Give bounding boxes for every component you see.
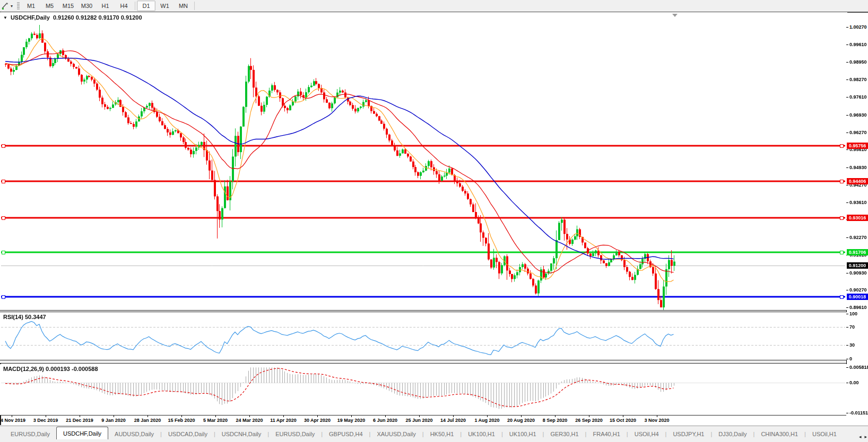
hline-price-label: 0.90018 bbox=[847, 294, 868, 300]
macd-canvas[interactable] bbox=[0, 364, 847, 415]
rsi-tick-mark bbox=[846, 314, 848, 314]
rsi-axis-tick: 100 bbox=[849, 311, 857, 316]
tf-button-m1[interactable]: M1 bbox=[22, 1, 40, 11]
date-axis-label: 6 Jun 2020 bbox=[373, 418, 397, 423]
tab-gbpusd-h4[interactable]: GBPUSD,H4 bbox=[323, 429, 369, 440]
macd-tick-mark bbox=[846, 367, 848, 368]
tab-ger30-h1[interactable]: GER30,H1 bbox=[544, 429, 585, 440]
tf-button-w1[interactable]: W1 bbox=[155, 1, 174, 11]
chart-symbol-label: USDCHF,Daily bbox=[11, 14, 50, 21]
date-axis-label: 9 Jan 2020 bbox=[101, 418, 126, 423]
macd-bottom-border bbox=[0, 415, 846, 416]
tab-dj30-daily[interactable]: DJ30,Daily bbox=[712, 429, 753, 440]
rsi-canvas[interactable] bbox=[0, 312, 847, 360]
hline-price-label: 0.93016 bbox=[847, 215, 868, 221]
date-tick-mark bbox=[80, 416, 80, 417]
tab-usoil-h1[interactable]: USOil,H1 bbox=[806, 429, 843, 440]
rsi-axis-tick: 0 bbox=[849, 356, 852, 361]
date-axis-label: 15 Oct 2020 bbox=[610, 418, 636, 423]
tab-usdchf-daily[interactable]: USDCHF,Daily bbox=[56, 427, 108, 440]
price-axis-tick: 0.92270 bbox=[849, 235, 867, 240]
date-axis-label: 15 Feb 2020 bbox=[168, 418, 195, 423]
toolbar-separator bbox=[135, 2, 135, 10]
tf-button-d1[interactable]: D1 bbox=[137, 1, 155, 11]
date-axis-label: 1 Aug 2020 bbox=[474, 418, 499, 423]
date-axis-label: 20 Aug 2020 bbox=[507, 418, 535, 423]
tab-scroll-right-icon[interactable]: ▸ bbox=[864, 434, 867, 439]
macd-axis-tick: 0.00 bbox=[849, 380, 859, 385]
tab-hk50-h1[interactable]: HK50,H1 bbox=[424, 429, 461, 440]
timeframe-buttons: M1M5M15M30H1H4D1W1MN bbox=[22, 1, 196, 11]
macd-tick-mark bbox=[846, 383, 848, 383]
date-tick-mark bbox=[657, 416, 657, 417]
tf-button-m30[interactable]: M30 bbox=[77, 1, 96, 11]
price-axis-tick: 0.90930 bbox=[849, 270, 867, 276]
date-tick-mark bbox=[114, 416, 114, 417]
date-axis-label: 25 Jun 2020 bbox=[405, 418, 432, 423]
tab-usoil-h4[interactable]: USOil,H4 bbox=[628, 429, 665, 440]
date-tick-mark bbox=[12, 416, 12, 417]
macd-axis-tick: -0.01151 bbox=[849, 410, 868, 416]
tool-dropdown-caret-icon[interactable]: ▾ bbox=[11, 4, 13, 8]
hline-price-label: 0.94406 bbox=[847, 178, 868, 184]
date-axis-label: 14 Nov 2019 bbox=[0, 418, 25, 423]
date-tick-mark bbox=[317, 416, 318, 417]
price-tick-mark bbox=[846, 115, 848, 116]
collapse-ohlc-icon[interactable]: ▼ bbox=[3, 15, 7, 20]
rsi-macd-splitter[interactable] bbox=[0, 360, 846, 364]
tab-eurusd-daily[interactable]: EURUSD,Daily bbox=[4, 429, 56, 440]
tf-button-mn[interactable]: MN bbox=[174, 1, 193, 11]
price-tick-mark bbox=[846, 132, 848, 133]
macd-tick-mark bbox=[846, 413, 848, 413]
price-axis-tick: 0.97610 bbox=[849, 94, 867, 100]
price-axis-tick: 0.94930 bbox=[849, 165, 867, 170]
tab-scroll-buttons: ◂ ▸ bbox=[857, 434, 867, 439]
tab-uk100-h1[interactable]: UK100,H1 bbox=[503, 429, 543, 440]
tf-button-h4[interactable]: H4 bbox=[115, 1, 133, 11]
date-axis-label: 5 Mar 2020 bbox=[203, 418, 228, 423]
chart-title: ▼ USDCHF,Daily 0.91260 0.91282 0.91170 0… bbox=[3, 14, 142, 21]
pointer-tool-icon[interactable] bbox=[1, 2, 10, 10]
date-tick-mark bbox=[147, 416, 148, 417]
tab-usdcnh-daily[interactable]: USDCNH,Daily bbox=[215, 429, 268, 440]
price-tick-mark bbox=[846, 45, 848, 45]
main-chart-canvas[interactable] bbox=[0, 12, 847, 310]
date-axis-label: 26 Sep 2020 bbox=[575, 418, 603, 423]
date-axis-label: 3 Dec 2019 bbox=[33, 418, 58, 423]
tf-button-h1[interactable]: H1 bbox=[96, 1, 115, 11]
price-axis-tick: 0.89610 bbox=[849, 305, 867, 310]
price-axis-tick: 0.96270 bbox=[849, 130, 867, 135]
toolbar-grip[interactable] bbox=[17, 2, 20, 10]
date-tick-mark bbox=[419, 416, 420, 417]
tf-button-m5[interactable]: M5 bbox=[40, 1, 59, 11]
price-tick-mark bbox=[846, 237, 848, 238]
tab-china300-h1[interactable]: CHINA300,H1 bbox=[754, 429, 804, 440]
price-tick-mark bbox=[846, 202, 848, 203]
price-tick-mark bbox=[846, 27, 848, 28]
tab-usdjpy-h1[interactable]: USDJPY,H1 bbox=[666, 429, 710, 440]
date-axis-label: 14 Jul 2020 bbox=[440, 418, 466, 423]
tab-usdcad-daily[interactable]: USDCAD,Daily bbox=[162, 429, 214, 440]
price-axis-tick: 0.99610 bbox=[849, 42, 867, 47]
tab-eurusd-daily[interactable]: EURUSD,Daily bbox=[269, 429, 321, 440]
tab-scroll-left-icon[interactable]: ◂ bbox=[859, 434, 862, 439]
chart-ohlc-values: 0.91260 0.91282 0.91170 0.91200 bbox=[53, 14, 142, 21]
rsi-axis-tick: 70 bbox=[849, 324, 855, 330]
date-tick-mark bbox=[487, 416, 488, 417]
rsi-tick-mark bbox=[846, 359, 848, 359]
price-tick-mark bbox=[846, 149, 848, 150]
date-tick-mark bbox=[589, 416, 589, 417]
hline-price-label: 0.91706 bbox=[847, 249, 868, 255]
date-axis-label: 24 Mar 2020 bbox=[236, 418, 263, 423]
rsi-tick-mark bbox=[846, 345, 848, 346]
price-axis-tick: 0.98950 bbox=[849, 59, 867, 65]
tf-button-m15[interactable]: M15 bbox=[59, 1, 77, 11]
date-tick-mark bbox=[46, 416, 46, 417]
tab-fra40-h1[interactable]: FRA40,H1 bbox=[586, 429, 626, 440]
tab-uk100-h1[interactable]: UK100,H1 bbox=[462, 429, 501, 440]
date-tick-mark bbox=[623, 416, 623, 417]
price-tick-mark bbox=[846, 290, 848, 290]
tab-audusd-daily[interactable]: AUDUSD,Daily bbox=[108, 429, 160, 440]
tab-xauusd-daily[interactable]: XAUUSD,Daily bbox=[370, 429, 422, 440]
mt4-terminal: ▾ M1M5M15M30H1H4D1W1MN ▼ USDCHF,Daily 0.… bbox=[0, 0, 868, 442]
